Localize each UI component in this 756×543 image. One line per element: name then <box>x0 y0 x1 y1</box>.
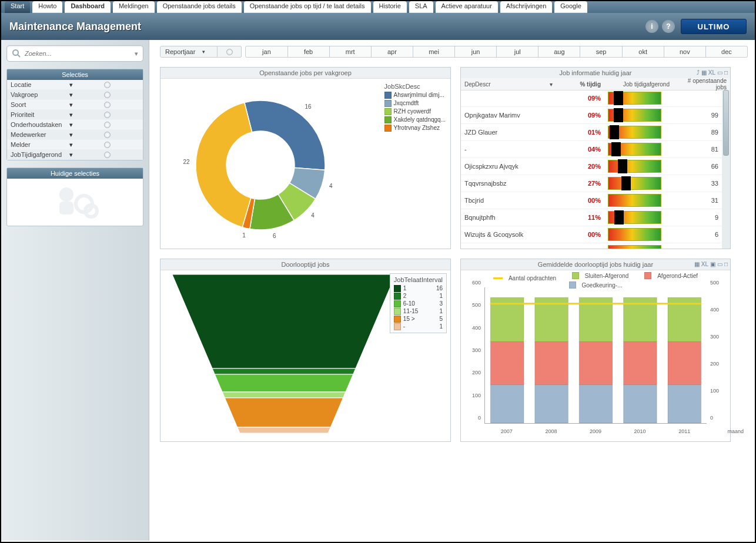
legend-swatch-icon <box>394 316 401 323</box>
chevron-down-icon[interactable]: ▾ <box>135 50 138 58</box>
month-jan[interactable]: jan <box>245 46 287 58</box>
legend-swatch-icon <box>394 323 401 330</box>
filter-clear[interactable] <box>75 102 139 108</box>
tab-strip: Start Howto Dashboard Meldingen Openstaa… <box>1 1 755 13</box>
tab-start[interactable]: Start <box>5 1 30 13</box>
filter-label: Vakgroep <box>11 91 69 98</box>
combo-chart <box>485 287 707 423</box>
legend-swatch-icon <box>394 300 401 307</box>
table-row[interactable]: Tqqvrsnajbsbz27%33 <box>461 175 722 192</box>
info-icon[interactable]: i <box>645 20 658 33</box>
svg-rect-19 <box>579 341 613 384</box>
month-mrt[interactable]: mrt <box>330 46 372 58</box>
filter-label: Medewerker <box>11 131 69 138</box>
xl-icon[interactable]: XL <box>701 259 708 270</box>
search-input[interactable] <box>24 49 135 58</box>
month-aug[interactable]: aug <box>538 46 580 58</box>
legend-swatch-icon <box>384 92 392 99</box>
tab-dashboard[interactable]: Dashboard <box>65 1 110 13</box>
filter-row[interactable]: Locatie▾ <box>7 80 143 90</box>
month-jun[interactable]: jun <box>455 46 497 58</box>
table-icon[interactable]: ▦ <box>694 259 700 270</box>
maximize-icon[interactable]: □ <box>724 68 728 78</box>
fastforward-icon[interactable]: ▣ <box>710 259 715 270</box>
tab-howto[interactable]: Howto <box>32 1 62 13</box>
current-selections-panel: Huidige selecties <box>6 167 143 226</box>
svg-rect-12 <box>490 385 524 423</box>
col-job-tijdig[interactable]: Job tijdigafgerond <box>604 81 673 88</box>
month-mei[interactable]: mei <box>413 46 455 58</box>
chevron-down-icon: ▾ <box>69 141 75 149</box>
scrollbar-thumb[interactable] <box>723 90 729 156</box>
filter-clear[interactable] <box>75 152 139 158</box>
month-nov[interactable]: nov <box>664 46 706 58</box>
filter-label: Melder <box>11 141 69 148</box>
scrollbar[interactable] <box>722 90 730 249</box>
clear-icon <box>104 122 111 128</box>
timeline-clear[interactable] <box>218 46 242 58</box>
table-icon[interactable]: ▦ <box>701 68 707 78</box>
selections-panel: Selecties Locatie▾Vakgroep▾Soort▾Priorit… <box>6 69 143 160</box>
tab-open-jobs-details[interactable]: Openstaande jobs details <box>157 1 242 13</box>
legend-swatch-icon <box>384 116 392 123</box>
col-depdescr[interactable]: DepDescr▾ <box>461 81 556 88</box>
minimize-icon[interactable]: ▭ <box>717 259 722 270</box>
col-pct-tijdig[interactable]: % tijdig <box>556 81 604 88</box>
export-icon[interactable]: ⤴ <box>697 68 700 78</box>
table-row[interactable]: Ktnfshnknx00%4 <box>461 243 722 249</box>
month-jul[interactable]: jul <box>497 46 538 58</box>
filter-clear[interactable] <box>75 82 139 88</box>
table-row[interactable]: Ojicspkzxru Ajvqyk20%66 <box>461 158 722 175</box>
page-title: Maintenance Management <box>9 21 141 33</box>
tab-google[interactable]: Google <box>554 1 587 13</box>
chevron-down-icon: ▾ <box>69 111 75 119</box>
table-row[interactable]: Bqnujtphfh11%9 <box>461 209 722 226</box>
card-donut-title: Openstaande jobs per vakgroep <box>160 68 450 79</box>
table-row[interactable]: 09% <box>461 90 722 107</box>
month-sep[interactable]: sep <box>580 46 622 58</box>
filter-clear[interactable] <box>75 92 139 98</box>
xl-icon[interactable]: XL <box>708 68 715 78</box>
tab-actieve-aparatuur[interactable]: Actieve aparatuur <box>436 1 498 13</box>
filter-row[interactable]: Onderhoudstaken▾ <box>7 120 143 130</box>
search-box[interactable]: ▾ <box>6 45 143 62</box>
filter-row[interactable]: Vakgroep▾ <box>7 90 143 100</box>
maand-label: maand <box>727 428 744 434</box>
filter-clear[interactable] <box>75 132 139 138</box>
svg-text:16: 16 <box>305 103 312 110</box>
jobinfo-table-header: DepDescr▾ % tijdig Job tijdigafgerond # … <box>461 78 730 90</box>
table-row[interactable]: Opnjkgatav Marimv09%99 <box>461 107 722 124</box>
tab-historie[interactable]: Historie <box>373 1 407 13</box>
minimize-icon[interactable]: ▭ <box>717 68 722 78</box>
filter-row[interactable]: Melder▾ <box>7 140 143 150</box>
card-jobinfo: Job informatie huidig jaar ⤴ ▦ XL ▭ □ De… <box>460 67 731 249</box>
tab-open-jobs-ontime[interactable]: Openstaande jobs op tijd / te laat detai… <box>244 1 371 13</box>
title-bar: Maintenance Management i ? ULTIMO <box>1 13 755 40</box>
table-row[interactable]: -04%81 <box>461 141 722 158</box>
month-okt[interactable]: okt <box>623 46 664 58</box>
month-apr[interactable]: apr <box>372 46 413 58</box>
tab-afschrijvingen[interactable]: Afschrijvingen <box>500 1 552 13</box>
svg-rect-18 <box>579 385 613 423</box>
table-row[interactable]: Wizujts & Gcoqysolk00%6 <box>461 226 722 243</box>
filter-row[interactable]: JobTijdigafgerond▾ <box>7 150 143 160</box>
filter-clear[interactable] <box>75 142 139 148</box>
month-feb[interactable]: feb <box>288 46 330 58</box>
filter-row[interactable]: Prioriteit▾ <box>7 110 143 120</box>
col-open-jobs[interactable]: # openstaande jobs <box>673 78 730 90</box>
filter-clear[interactable] <box>75 122 139 128</box>
table-row[interactable]: Tbcjrid00%31 <box>461 192 722 209</box>
tab-meldingen[interactable]: Meldingen <box>113 1 155 13</box>
filter-row[interactable]: Soort▾ <box>7 100 143 110</box>
clear-icon <box>104 92 111 98</box>
table-row[interactable]: JZD Glauer01%89 <box>461 124 722 141</box>
filter-clear[interactable] <box>75 112 139 118</box>
reportjaar-select[interactable]: Reportjaar ▾ <box>160 46 218 58</box>
donut-legend: JobSkcDescAhswrjmlmul dimj...JxqcmdtftRZ… <box>384 83 446 132</box>
help-icon[interactable]: ? <box>662 20 675 33</box>
tab-sla[interactable]: SLA <box>409 1 433 13</box>
filter-row[interactable]: Medewerker▾ <box>7 130 143 140</box>
selections-header: Selecties <box>7 69 143 80</box>
month-dec[interactable]: dec <box>706 46 748 58</box>
maximize-icon[interactable]: □ <box>724 259 728 270</box>
